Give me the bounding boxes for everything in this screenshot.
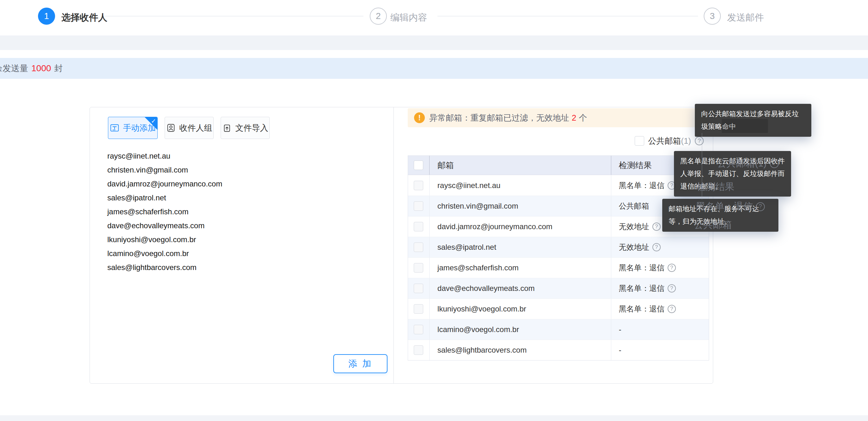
help-icon[interactable] (652, 243, 661, 251)
help-icon[interactable] (668, 284, 676, 293)
header-email-column: 邮箱 (429, 156, 611, 175)
row-checkbox[interactable] (414, 263, 423, 273)
ghost-blacklist-cell: 黑名单：退信 (696, 200, 765, 213)
ghost-text-label: 公共邮箱(1) (717, 157, 767, 170)
abnormal-warning-bar: 异常邮箱：重复邮箱已过滤，无效地址 2 个 (408, 108, 708, 127)
row-checkbox[interactable] (414, 181, 423, 190)
row-email-cell: david.jamroz@journeymanco.com (429, 216, 611, 237)
table-row: sales@ipatrol.net无效地址 (408, 237, 709, 257)
row-result-text: 黑名单：退信 (619, 263, 664, 273)
help-icon[interactable] (668, 305, 676, 313)
row-result-cell: 黑名单：退信 (611, 278, 709, 299)
row-email-cell: christen.vin@gmail.com (429, 196, 611, 216)
quota-text: 今日剩余发送量1000封 (0, 58, 63, 79)
ghost-public-cell: 公共邮箱 (694, 218, 732, 231)
row-checkbox-cell (408, 304, 429, 314)
table-header-row: 邮箱 检测结果 (408, 156, 709, 175)
check-result-table: 邮箱 检测结果 raysc@iinet.net.au黑名单：退信christen… (408, 155, 709, 361)
warning-prefix: 异常邮箱：重复邮箱已过滤，无效地址 (429, 112, 569, 123)
ghost-text-label: 检测结果 (696, 180, 735, 193)
step-connector (104, 16, 364, 17)
row-result-cell: 黑名单：退信 (611, 258, 709, 278)
ghost-help-icon (770, 159, 779, 168)
check-result-section: 异常邮箱：重复邮箱已过滤，无效地址 2 个 公共邮箱(1) 邮箱 检测结果 (394, 107, 714, 383)
row-email-cell: sales@ipatrol.net (429, 237, 611, 257)
step-1-indicator: 1 (38, 8, 55, 25)
step-2-label: 编辑内容 (390, 11, 427, 24)
row-result-cell: - (611, 320, 709, 340)
row-checkbox[interactable] (414, 242, 423, 252)
ghost-help-icon (756, 202, 765, 211)
row-checkbox-cell (408, 222, 429, 231)
add-button[interactable]: 添 加 (333, 354, 388, 373)
step-2-number: 2 (376, 11, 381, 21)
ghost-public-mailbox-label: 公共邮箱(1) (717, 157, 779, 170)
row-checkbox[interactable] (414, 201, 423, 211)
row-checkbox-cell (408, 181, 429, 190)
ghost-result-header: 检测结果 (696, 180, 735, 193)
table-row: sales@lightbarcovers.com- (408, 340, 709, 360)
check-icon: ✓ (151, 117, 156, 125)
row-email-cell: lcamino@voegol.com.br (429, 320, 611, 340)
row-checkbox[interactable] (414, 304, 423, 314)
email-entry: lkuniyoshi@voegol.com.br (107, 233, 222, 247)
step-3-number: 3 (710, 11, 715, 21)
step-3-indicator: 3 (704, 8, 721, 25)
step-2-indicator: 2 (370, 8, 387, 25)
email-entry: sales@lightbarcovers.com (107, 261, 222, 274)
help-icon[interactable] (695, 137, 704, 145)
quota-prefix: 今日剩余发送量 (0, 64, 28, 73)
page-background-band (0, 415, 868, 421)
email-entry: sales@ipatrol.net (107, 191, 222, 205)
quota-suffix: 封 (54, 64, 63, 73)
email-entry: dave@echovalleymeats.com (107, 219, 222, 233)
row-checkbox-cell (408, 283, 429, 293)
header-checkbox-cell (408, 160, 429, 170)
row-checkbox[interactable] (414, 345, 423, 355)
warning-suffix: 个 (579, 112, 587, 123)
email-entry: christen.vin@gmail.com (107, 163, 222, 177)
page-background-band (0, 35, 868, 50)
help-icon[interactable] (668, 264, 676, 272)
row-result-text: 公共邮箱 (619, 201, 649, 211)
warning-count: 2 (572, 113, 576, 123)
row-result-text: - (619, 345, 621, 355)
row-checkbox[interactable] (414, 325, 423, 334)
table-row: raysc@iinet.net.au黑名单：退信 (408, 175, 709, 196)
table-row: james@schaferfish.com黑名单：退信 (408, 257, 709, 278)
tab-file-import-label: 文件导入 (236, 122, 269, 133)
ghost-text-label: 黑名单：退信 (696, 200, 753, 213)
tab-recipient-group[interactable]: 收件人组 (165, 117, 214, 139)
add-mode-tabs: 手动添加 ✓ 收件人组 文件导入 (108, 117, 270, 139)
tab-manual-add[interactable]: 手动添加 ✓ (108, 117, 158, 139)
help-icon[interactable] (652, 222, 661, 231)
table-row: lcamino@voegol.com.br- (408, 319, 709, 340)
row-result-text: 黑名单：退信 (619, 304, 664, 314)
table-row: lkuniyoshi@voegol.com.br黑名单：退信 (408, 299, 709, 319)
row-result-text: 无效地址 (619, 221, 649, 232)
step-1-label: 选择收件人 (61, 11, 107, 24)
row-email-cell: dave@echovalleymeats.com (429, 278, 611, 299)
select-all-checkbox[interactable] (414, 160, 423, 170)
public-mailbox-label-text: 公共邮箱 (648, 136, 681, 146)
row-checkbox-cell (408, 201, 429, 211)
public-mailbox-checkbox[interactable] (635, 136, 644, 146)
step-1-number: 1 (44, 11, 49, 21)
row-email-cell: lkuniyoshi@voegol.com.br (429, 299, 611, 319)
row-result-cell: - (611, 340, 709, 360)
row-email-cell: james@schaferfish.com (429, 258, 611, 278)
row-result-cell: 无效地址 (611, 237, 709, 257)
step-wizard: 1 选择收件人 2 编辑内容 3 发送邮件 (0, 0, 868, 32)
row-result-text: 黑名单：退信 (619, 283, 664, 294)
row-checkbox[interactable] (414, 283, 423, 293)
recipient-selection-panel: 手动添加 ✓ 收件人组 文件导入 raysc@iinet.ne (90, 107, 713, 384)
email-list[interactable]: raysc@iinet.net.auchristen.vin@gmail.com… (107, 149, 222, 274)
tab-file-import[interactable]: 文件导入 (221, 117, 270, 139)
step-connector (437, 16, 698, 17)
contact-card-icon (166, 123, 176, 132)
public-mailbox-label: 公共邮箱(1) (648, 136, 691, 147)
page: 1 选择收件人 2 编辑内容 3 发送邮件 今日剩余发送量1000封 (0, 0, 868, 421)
row-checkbox-cell (408, 263, 429, 273)
row-checkbox[interactable] (414, 222, 423, 231)
public-mailbox-count: (1) (681, 136, 691, 146)
